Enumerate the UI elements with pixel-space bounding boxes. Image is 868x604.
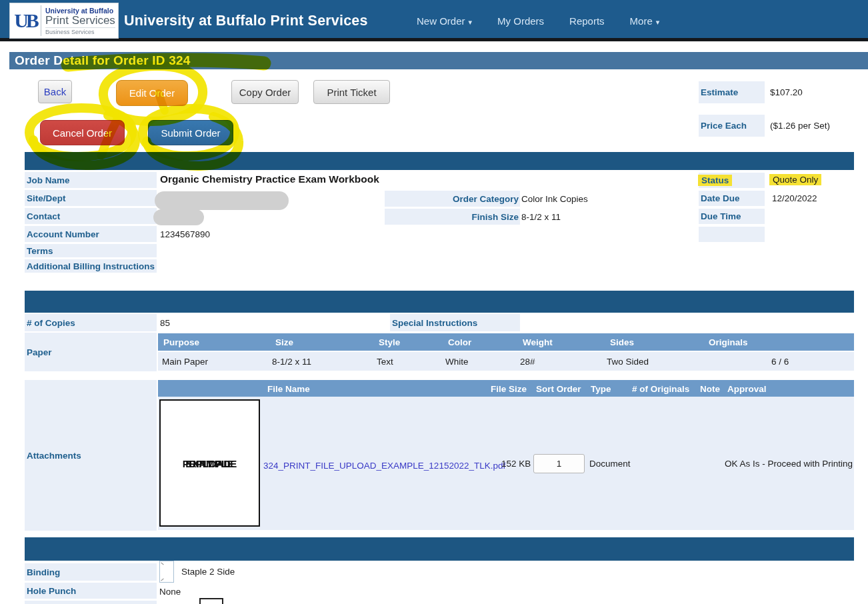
top-nav-bar: UB University at Buffalo Print Services … [0, 0, 868, 41]
paper-col-style: Style [379, 337, 400, 347]
estimate-value: $107.20 [770, 87, 803, 97]
site-dept-label: Site/Dept [25, 190, 157, 206]
hole-punch-value: None [159, 587, 181, 597]
order-detail-page: UB University at Buffalo Print Services … [0, 0, 868, 604]
paper-col-size: Size [275, 337, 293, 347]
print-ticket-button[interactable]: Print Ticket [313, 80, 390, 104]
chevron-down-icon: ▾ [656, 18, 660, 26]
paper-col-sides: Sides [610, 337, 634, 347]
nav-menu: New Order▾ My Orders Reports More▾ [417, 0, 659, 41]
finish-size-label: Finish Size [385, 209, 520, 225]
paper-table-row: Main Paper 8-1/2 x 11 Text White 28# Two… [158, 352, 854, 371]
nav-item-new-order[interactable]: New Order▾ [417, 15, 472, 27]
section-divider-bar [25, 291, 854, 313]
attachment-file-link[interactable]: 324_PRINT_FILE_UPLOAD_EXAMPLE_12152022_T… [263, 461, 505, 471]
fold-icon-partial [199, 598, 223, 604]
account-number-label: Account Number [25, 226, 157, 242]
status-label: Status [699, 173, 765, 188]
attach-col-sort-order: Sort Order [536, 383, 581, 393]
paper-purpose-value: Main Paper [162, 357, 208, 367]
date-due-label: Date Due [699, 191, 765, 206]
terms-label: Terms [25, 244, 157, 257]
order-category-label: Order Category [385, 191, 520, 207]
cancel-order-button[interactable]: Cancel Order [40, 120, 125, 145]
site-dept-redaction [155, 191, 289, 210]
site-title: University at Buffalo Print Services [124, 0, 368, 41]
paper-col-color: Color [448, 337, 471, 347]
paper-style-value: Text [377, 357, 393, 367]
logo-text: University at Buffalo Print Services Bus… [41, 5, 115, 36]
paper-section-label: Paper [25, 333, 157, 371]
attach-col-file-size: File Size [491, 383, 527, 393]
section-divider-bar [25, 537, 854, 561]
date-due-value: 12/20/2022 [772, 193, 817, 203]
binding-value: Staple 2 Side [181, 567, 235, 577]
contact-redaction [153, 209, 204, 225]
attachment-row: PRINT FILE UPLOAD EXAMPLE 324_PRINT_FILE… [158, 397, 854, 530]
page-title: Order Detail for Order ID 324 [9, 52, 868, 69]
nav-item-more[interactable]: More▾ [630, 15, 660, 27]
estimate-label: Estimate [699, 81, 765, 103]
edit-order-button[interactable]: Edit Order [116, 80, 188, 106]
paper-table-header: Purpose Size Style Color Weight Sides Or… [158, 333, 854, 351]
ub-logo[interactable]: UB University at Buffalo Print Services … [9, 3, 119, 39]
nav-item-reports[interactable]: Reports [569, 15, 605, 27]
attachments-section-label: Attachments [25, 380, 157, 531]
thumbnail-text-line: EXAMPLE [185, 457, 234, 469]
job-name-label: Job Name [25, 172, 157, 188]
finish-size-value: 8-1/2 x 11 [521, 212, 561, 222]
nav-item-my-orders[interactable]: My Orders [497, 15, 544, 27]
attachment-type: Document [589, 459, 631, 469]
job-name-value: Organic Chemistry Practice Exam Workbook [160, 173, 379, 185]
next-row-label-partial [25, 601, 157, 604]
attachment-approval: OK As Is - Proceed with Printing [725, 459, 853, 469]
account-number-value: 1234567890 [160, 229, 210, 239]
attach-col-approval: Approval [727, 383, 767, 393]
attach-col-file-name: File Name [267, 383, 310, 393]
price-each-label: Price Each [699, 115, 765, 137]
paper-size-value: 8-1/2 x 11 [272, 357, 311, 367]
hole-punch-label: Hole Punch [25, 583, 157, 599]
attachment-file-size: 152 KB [501, 459, 531, 469]
section-divider-bar [25, 152, 854, 170]
paper-col-originals: Originals [709, 337, 748, 347]
billing-instructions-label: Additional Billing Instructions [25, 259, 157, 273]
logo-line-university: University at Buffalo [45, 7, 115, 15]
empty-detail-cell [699, 227, 765, 242]
attachments-table-header: File Name File Size Sort Order Type # of… [158, 380, 854, 397]
num-copies-value: 85 [160, 318, 170, 328]
attach-col-note: Note [700, 383, 720, 393]
paper-col-weight: Weight [523, 337, 553, 347]
status-value: Quote Only [772, 175, 821, 185]
paper-col-purpose: Purpose [163, 337, 199, 347]
num-copies-label: # of Copies [25, 314, 157, 331]
attachment-thumbnail[interactable]: PRINT FILE UPLOAD EXAMPLE [159, 399, 260, 527]
special-instructions-label: Special Instructions [390, 314, 520, 331]
due-time-label: Due Time [699, 209, 765, 224]
contact-label: Contact [25, 208, 157, 224]
binding-label: Binding [25, 563, 157, 581]
sort-order-input[interactable] [533, 454, 585, 473]
order-category-value: Color Ink Copies [521, 194, 588, 204]
logo-line-print-services: Print Services [45, 15, 115, 27]
attach-col-num-originals: # of Originals [632, 383, 689, 393]
paper-originals-value: 6 / 6 [771, 357, 789, 367]
ub-logo-icon: UB [10, 9, 41, 32]
paper-weight-value: 28# [520, 357, 535, 367]
attach-col-type: Type [591, 383, 611, 393]
chevron-down-icon: ▾ [469, 18, 473, 26]
staple-position-icon [159, 561, 174, 583]
back-button[interactable]: Back [38, 80, 72, 103]
submit-order-button[interactable]: Submit Order [148, 120, 233, 145]
price-each-value: ($1.26 per Set) [770, 121, 830, 131]
paper-color-value: White [445, 357, 469, 367]
copy-order-button[interactable]: Copy Order [231, 80, 299, 104]
paper-sides-value: Two Sided [607, 357, 649, 367]
logo-line-business-services: Business Services [45, 27, 115, 35]
